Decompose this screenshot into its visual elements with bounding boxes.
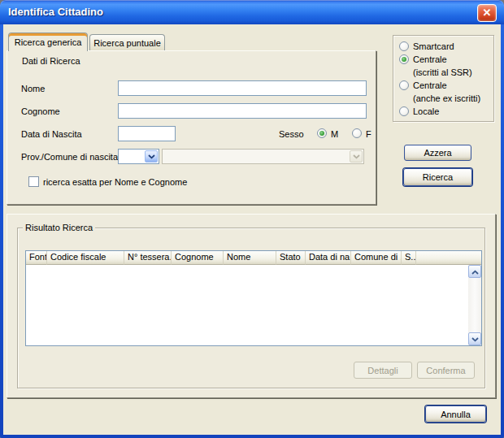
- locale-radio[interactable]: [399, 106, 409, 116]
- ricerca-esatta-checkbox[interactable]: [28, 176, 39, 187]
- comune-value: [163, 150, 349, 163]
- provincia-combobox[interactable]: [118, 149, 159, 164]
- tab-ricerca-puntuale[interactable]: Ricerca puntuale: [89, 34, 165, 51]
- results-table-body[interactable]: [26, 265, 468, 345]
- data-nascita-label: Data di Nascita: [21, 129, 82, 139]
- sesso-f-radio[interactable]: [352, 128, 362, 138]
- cognome-label: Cognome: [21, 106, 60, 116]
- column-header-codice-fiscale[interactable]: Codice fiscale: [47, 251, 124, 265]
- comune-combobox: [162, 149, 364, 164]
- sesso-m-label: M: [331, 129, 338, 139]
- dialog-window: Identifica Cittadino ✕ Ricerca puntuale …: [0, 0, 504, 438]
- azzera-button[interactable]: Azzera: [404, 145, 471, 161]
- column-header-n-tessera[interactable]: N° tessera...: [124, 251, 172, 265]
- scroll-up-button[interactable]: [468, 265, 481, 278]
- results-table: Fonte Codice fiscale N° tessera... Cogno…: [25, 250, 482, 346]
- nome-label: Nome: [21, 84, 45, 93]
- sesso-label: Sesso: [279, 129, 304, 139]
- centrale-ssr-sublabel: (iscritti al SSR): [413, 67, 472, 77]
- results-table-header: Fonte Codice fiscale N° tessera... Cogno…: [26, 251, 481, 265]
- column-header-stato[interactable]: Stato: [276, 251, 306, 265]
- column-header-data-nascita[interactable]: Data di na...: [306, 251, 351, 265]
- tab-label: Ricerca generica: [15, 37, 82, 47]
- locale-label: Locale: [413, 106, 439, 116]
- close-button[interactable]: ✕: [477, 4, 497, 22]
- smartcard-label: Smartcard: [413, 41, 454, 51]
- column-header-s[interactable]: S...: [402, 251, 416, 265]
- scroll-down-button[interactable]: [468, 332, 481, 345]
- chevron-up-icon: [471, 267, 479, 276]
- nome-input[interactable]: [118, 80, 367, 96]
- column-header-fonte[interactable]: Fonte: [26, 251, 47, 265]
- column-header-nome[interactable]: Nome: [224, 251, 276, 265]
- centrale-ex-radio[interactable]: [399, 80, 409, 90]
- chevron-down-icon: [471, 334, 479, 344]
- column-header-comune[interactable]: Comune di ...: [351, 251, 402, 265]
- dettagli-button: Dettagli: [354, 362, 412, 379]
- provincia-value: [119, 150, 144, 163]
- prov-comune-label: Prov./Comune di nascita: [21, 152, 118, 162]
- conferma-button: Conferma: [417, 362, 475, 379]
- ricerca-button[interactable]: Ricerca: [403, 168, 472, 186]
- sesso-f-label: F: [366, 129, 371, 139]
- centrale-ex-label: Centrale: [413, 80, 447, 90]
- cognome-input[interactable]: [118, 103, 367, 119]
- column-header-filler: [416, 251, 481, 265]
- smartcard-radio[interactable]: [399, 41, 409, 51]
- tab-label: Ricerca puntuale: [93, 38, 161, 48]
- centrale-ssr-radio[interactable]: [399, 54, 409, 64]
- dati-di-ricerca-title: Dati di Ricerca: [20, 56, 83, 66]
- risultato-ricerca-title: Risultato Ricerca: [23, 223, 95, 232]
- chevron-down-icon[interactable]: [145, 150, 158, 163]
- vertical-scrollbar[interactable]: [468, 265, 481, 345]
- centrale-ssr-label: Centrale: [413, 54, 447, 64]
- centrale-ex-sublabel: (anche ex iscritti): [413, 93, 480, 103]
- window-title: Identifica Cittadino: [8, 6, 103, 18]
- close-icon: ✕: [483, 7, 492, 19]
- ricerca-esatta-label: ricerca esatta per Nome e Cognome: [43, 177, 187, 187]
- chevron-down-icon: [350, 150, 363, 163]
- sesso-m-radio[interactable]: [317, 128, 327, 138]
- column-header-cognome[interactable]: Cognome: [172, 251, 224, 265]
- title-bar[interactable]: Identifica Cittadino: [0, 0, 504, 24]
- data-nascita-input[interactable]: [118, 126, 176, 141]
- tab-ricerca-generica[interactable]: Ricerca generica: [8, 33, 88, 51]
- annulla-button[interactable]: Annulla: [425, 405, 486, 423]
